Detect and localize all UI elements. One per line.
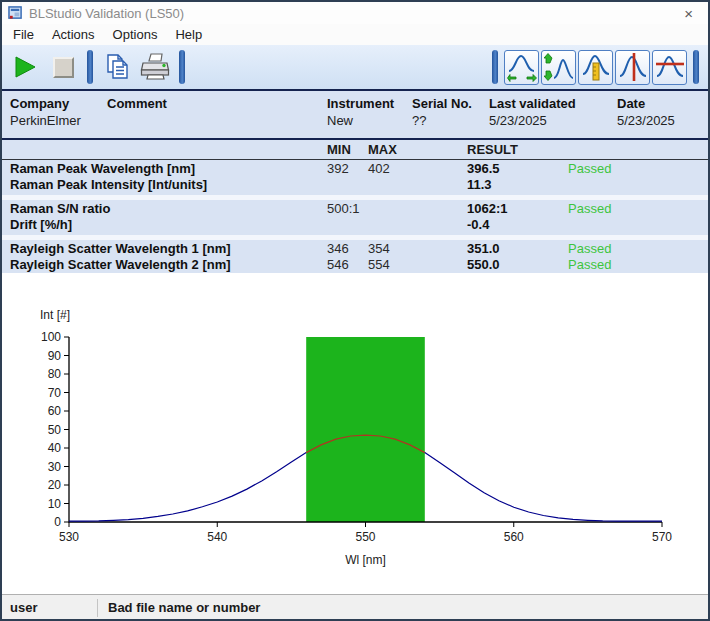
- curve-vline-icon: [618, 52, 648, 82]
- min-value: 500:1: [327, 201, 368, 217]
- company-field: Company PerkinElmer: [10, 96, 81, 128]
- serial-field: Serial No. ??: [412, 96, 472, 128]
- window-title: BLStudio Validation (LS50): [29, 6, 675, 21]
- status-badge: Passed: [568, 201, 708, 217]
- status-user: user: [2, 600, 97, 615]
- svg-text:70: 70: [48, 386, 62, 400]
- toolbar: [2, 45, 708, 91]
- toolbar-separator: [492, 50, 498, 84]
- app-icon: [8, 6, 23, 20]
- svg-text:50: 50: [48, 423, 62, 437]
- menu-options[interactable]: Options: [104, 25, 167, 44]
- copy-button[interactable]: [100, 50, 134, 84]
- serial-label: Serial No.: [412, 96, 472, 111]
- curve-scale-y-icon: [544, 52, 574, 82]
- param-label: Drift [%/h]: [10, 217, 327, 233]
- menu-help[interactable]: Help: [166, 25, 211, 44]
- toolbar-separator: [87, 50, 93, 84]
- svg-text:100: 100: [41, 330, 61, 344]
- table-row: Raman Peak Wavelength [nm] 392 402 396.5…: [2, 161, 708, 177]
- play-icon: [13, 55, 37, 79]
- last-validated-field: Last validated 5/23/2025: [489, 96, 576, 128]
- stop-button[interactable]: [46, 50, 80, 84]
- min-column-header: MIN: [327, 142, 368, 158]
- results-table: MIN MAX RESULT Raman Peak Wavelength [nm…: [2, 138, 708, 273]
- svg-text:20: 20: [48, 478, 62, 492]
- validation-chart: 0102030405060708090100530540550560570Int…: [2, 273, 708, 594]
- svg-text:0: 0: [54, 515, 61, 529]
- spacer: [10, 142, 327, 158]
- status-badge: [568, 217, 708, 233]
- status-message: Bad file name or number: [98, 600, 708, 615]
- min-value: [327, 177, 368, 193]
- table-row: Rayleigh Scatter Wavelength 2 [nm] 546 5…: [2, 257, 708, 273]
- param-label: Raman Peak Wavelength [nm]: [10, 161, 327, 177]
- close-button[interactable]: ×: [675, 5, 702, 22]
- min-value: 392: [327, 161, 368, 177]
- serial-value: ??: [412, 113, 472, 128]
- instrument-value: New: [327, 113, 394, 128]
- min-value: 346: [327, 241, 368, 257]
- curve-hline-icon: [655, 52, 685, 82]
- company-label: Company: [10, 96, 81, 111]
- svg-text:Wl [nm]: Wl [nm]: [345, 553, 386, 567]
- toolbar-separator: [693, 50, 699, 84]
- param-label: Raman S/N ratio: [10, 201, 327, 217]
- param-label: Rayleigh Scatter Wavelength 2 [nm]: [10, 257, 327, 273]
- app-window: BLStudio Validation (LS50) × File Action…: [0, 0, 710, 621]
- status-badge: Passed: [568, 161, 708, 177]
- vertical-cursor-button[interactable]: [615, 50, 650, 85]
- result-group-raman-peak: Raman Peak Wavelength [nm] 392 402 396.5…: [2, 160, 708, 195]
- comment-field: Comment: [107, 96, 167, 113]
- table-row: Drift [%/h] -0.4: [2, 217, 708, 233]
- autoscale-x-button[interactable]: [504, 50, 539, 85]
- peak-measure-button[interactable]: [578, 50, 613, 85]
- title-bar: BLStudio Validation (LS50) ×: [2, 2, 708, 24]
- max-value: 554: [368, 257, 467, 273]
- svg-text:530: 530: [59, 530, 79, 544]
- print-button[interactable]: [138, 50, 172, 84]
- results-header-row: MIN MAX RESULT: [2, 140, 708, 159]
- last-validated-label: Last validated: [489, 96, 576, 111]
- toolbar-graph-group: [487, 50, 704, 85]
- status-bar: user Bad file name or number: [2, 594, 708, 620]
- menu-bar: File Actions Options Help: [2, 24, 708, 45]
- max-value: 354: [368, 241, 467, 257]
- svg-text:550: 550: [355, 530, 375, 544]
- max-value: [368, 201, 467, 217]
- result-value: 351.0: [467, 241, 568, 257]
- svg-text:30: 30: [48, 460, 62, 474]
- instrument-label: Instrument: [327, 96, 394, 111]
- curve-ruler-icon: [581, 52, 611, 82]
- svg-text:10: 10: [48, 497, 62, 511]
- svg-text:80: 80: [48, 367, 62, 381]
- autoscale-y-button[interactable]: [541, 50, 576, 85]
- table-row: Raman Peak Intensity [Int/units] 11.3: [2, 177, 708, 193]
- comment-label: Comment: [107, 96, 167, 111]
- result-value: 1062:1: [467, 201, 568, 217]
- result-group-rayleigh: Rayleigh Scatter Wavelength 1 [nm] 346 3…: [2, 240, 708, 275]
- min-value: [327, 217, 368, 233]
- date-value: 5/23/2025: [617, 113, 675, 128]
- status-badge: [568, 177, 708, 193]
- svg-text:540: 540: [207, 530, 227, 544]
- date-label: Date: [617, 96, 675, 111]
- svg-text:40: 40: [48, 441, 62, 455]
- company-value: PerkinElmer: [10, 113, 81, 128]
- date-field: Date 5/23/2025: [617, 96, 675, 128]
- menu-actions[interactable]: Actions: [43, 25, 104, 44]
- param-label: Raman Peak Intensity [Int/units]: [10, 177, 327, 193]
- table-row: Raman S/N ratio 500:1 1062:1 Passed: [2, 201, 708, 217]
- instrument-field: Instrument New: [327, 96, 394, 128]
- max-value: [368, 217, 467, 233]
- svg-text:60: 60: [48, 404, 62, 418]
- max-column-header: MAX: [368, 142, 467, 158]
- result-value: -0.4: [467, 217, 568, 233]
- menu-file[interactable]: File: [4, 25, 43, 44]
- horizontal-cursor-button[interactable]: [652, 50, 687, 85]
- run-button[interactable]: [8, 50, 42, 84]
- svg-text:560: 560: [504, 530, 524, 544]
- result-column-header: RESULT: [467, 142, 568, 158]
- result-group-raman-sn: Raman S/N ratio 500:1 1062:1 Passed Drif…: [2, 200, 708, 235]
- curve-scale-x-icon: [507, 52, 537, 82]
